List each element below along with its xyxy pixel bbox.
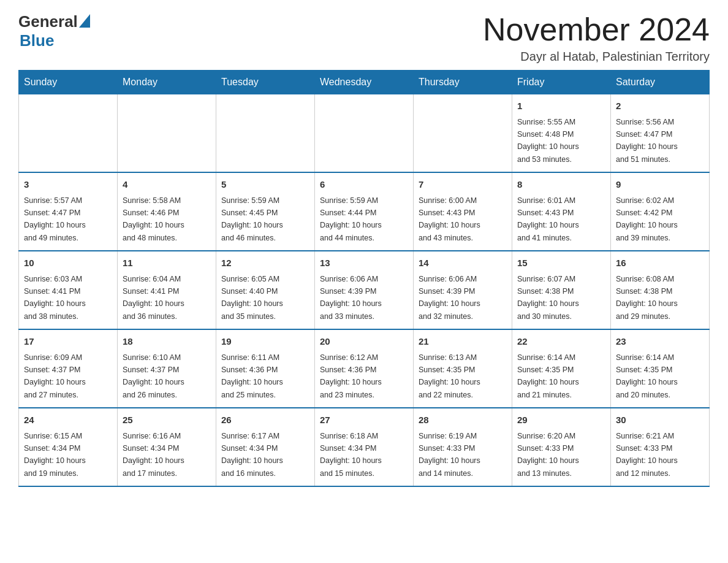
calendar-cell: 28Sunrise: 6:19 AM Sunset: 4:33 PM Dayli… [414, 408, 512, 486]
day-number: 6 [320, 178, 408, 192]
svg-marker-0 [79, 14, 90, 28]
calendar-cell: 29Sunrise: 6:20 AM Sunset: 4:33 PM Dayli… [512, 408, 611, 486]
day-info: Sunrise: 6:14 AM Sunset: 4:35 PM Dayligh… [517, 353, 579, 399]
day-number: 9 [616, 178, 704, 192]
day-info: Sunrise: 6:21 AM Sunset: 4:33 PM Dayligh… [616, 432, 678, 478]
day-info: Sunrise: 6:08 AM Sunset: 4:38 PM Dayligh… [616, 275, 678, 321]
day-info: Sunrise: 6:10 AM Sunset: 4:37 PM Dayligh… [123, 353, 184, 399]
calendar-cell [118, 94, 216, 173]
day-number: 11 [123, 256, 211, 270]
calendar-cell: 30Sunrise: 6:21 AM Sunset: 4:33 PM Dayli… [611, 408, 710, 486]
calendar-cell: 26Sunrise: 6:17 AM Sunset: 4:34 PM Dayli… [216, 408, 315, 486]
day-info: Sunrise: 6:17 AM Sunset: 4:34 PM Dayligh… [221, 432, 283, 478]
day-info: Sunrise: 5:57 AM Sunset: 4:47 PM Dayligh… [24, 196, 86, 242]
day-info: Sunrise: 6:04 AM Sunset: 4:41 PM Dayligh… [123, 275, 184, 321]
day-number: 3 [24, 178, 112, 192]
weekday-header-saturday: Saturday [611, 71, 710, 94]
day-info: Sunrise: 6:14 AM Sunset: 4:35 PM Dayligh… [616, 353, 678, 399]
week-row-4: 17Sunrise: 6:09 AM Sunset: 4:37 PM Dayli… [19, 329, 710, 408]
week-row-2: 3Sunrise: 5:57 AM Sunset: 4:47 PM Daylig… [19, 172, 710, 251]
calendar-cell: 3Sunrise: 5:57 AM Sunset: 4:47 PM Daylig… [19, 172, 118, 251]
day-number: 13 [320, 256, 408, 270]
calendar-cell: 23Sunrise: 6:14 AM Sunset: 4:35 PM Dayli… [611, 329, 710, 408]
calendar-cell: 19Sunrise: 6:11 AM Sunset: 4:36 PM Dayli… [216, 329, 315, 408]
calendar-cell: 4Sunrise: 5:58 AM Sunset: 4:46 PM Daylig… [118, 172, 216, 251]
day-info: Sunrise: 6:02 AM Sunset: 4:42 PM Dayligh… [616, 196, 678, 242]
day-info: Sunrise: 6:06 AM Sunset: 4:39 PM Dayligh… [419, 275, 480, 321]
calendar-cell: 6Sunrise: 5:59 AM Sunset: 4:44 PM Daylig… [315, 172, 414, 251]
calendar-cell: 25Sunrise: 6:16 AM Sunset: 4:34 PM Dayli… [118, 408, 216, 486]
weekday-header-friday: Friday [512, 71, 611, 94]
calendar-cell: 27Sunrise: 6:18 AM Sunset: 4:34 PM Dayli… [315, 408, 414, 486]
day-number: 25 [123, 413, 211, 427]
day-number: 2 [616, 99, 704, 113]
day-info: Sunrise: 5:58 AM Sunset: 4:46 PM Dayligh… [123, 196, 184, 242]
calendar-cell [19, 94, 118, 173]
logo-triangle-icon [79, 14, 90, 28]
day-info: Sunrise: 6:07 AM Sunset: 4:38 PM Dayligh… [517, 275, 579, 321]
day-number: 19 [221, 335, 309, 349]
day-number: 24 [24, 413, 112, 427]
day-info: Sunrise: 6:05 AM Sunset: 4:40 PM Dayligh… [221, 275, 283, 321]
day-info: Sunrise: 6:11 AM Sunset: 4:36 PM Dayligh… [221, 353, 283, 399]
day-number: 20 [320, 335, 408, 349]
calendar-table: SundayMondayTuesdayWednesdayThursdayFrid… [18, 70, 710, 487]
day-number: 17 [24, 335, 112, 349]
day-info: Sunrise: 6:18 AM Sunset: 4:34 PM Dayligh… [320, 432, 382, 478]
weekday-header-wednesday: Wednesday [315, 71, 414, 94]
day-info: Sunrise: 6:01 AM Sunset: 4:43 PM Dayligh… [517, 196, 579, 242]
calendar-cell: 15Sunrise: 6:07 AM Sunset: 4:38 PM Dayli… [512, 251, 611, 329]
day-info: Sunrise: 6:00 AM Sunset: 4:43 PM Dayligh… [419, 196, 480, 242]
calendar-cell: 10Sunrise: 6:03 AM Sunset: 4:41 PM Dayli… [19, 251, 118, 329]
calendar-cell: 24Sunrise: 6:15 AM Sunset: 4:34 PM Dayli… [19, 408, 118, 486]
day-info: Sunrise: 6:13 AM Sunset: 4:35 PM Dayligh… [419, 353, 480, 399]
logo: General Blue [18, 12, 90, 50]
calendar-cell: 17Sunrise: 6:09 AM Sunset: 4:37 PM Dayli… [19, 329, 118, 408]
title-section: November 2024 Dayr al Hatab, Palestinian… [483, 12, 710, 64]
day-number: 27 [320, 413, 408, 427]
calendar-cell: 9Sunrise: 6:02 AM Sunset: 4:42 PM Daylig… [611, 172, 710, 251]
calendar-cell [216, 94, 315, 173]
day-number: 16 [616, 256, 704, 270]
calendar-cell: 12Sunrise: 6:05 AM Sunset: 4:40 PM Dayli… [216, 251, 315, 329]
week-row-3: 10Sunrise: 6:03 AM Sunset: 4:41 PM Dayli… [19, 251, 710, 329]
logo-general: General [18, 12, 78, 31]
weekday-header-tuesday: Tuesday [216, 71, 315, 94]
day-info: Sunrise: 6:20 AM Sunset: 4:33 PM Dayligh… [517, 432, 579, 478]
day-info: Sunrise: 5:59 AM Sunset: 4:45 PM Dayligh… [221, 196, 283, 242]
day-number: 4 [123, 178, 211, 192]
weekday-header-sunday: Sunday [19, 71, 118, 94]
day-info: Sunrise: 5:56 AM Sunset: 4:47 PM Dayligh… [616, 118, 678, 164]
week-row-1: 1Sunrise: 5:55 AM Sunset: 4:48 PM Daylig… [19, 94, 710, 173]
weekday-header-row: SundayMondayTuesdayWednesdayThursdayFrid… [19, 71, 710, 94]
day-number: 18 [123, 335, 211, 349]
day-info: Sunrise: 6:06 AM Sunset: 4:39 PM Dayligh… [320, 275, 382, 321]
day-number: 21 [419, 335, 507, 349]
page-header: General Blue November 2024 Dayr al Hatab… [18, 12, 710, 64]
day-number: 7 [419, 178, 507, 192]
day-number: 15 [517, 256, 605, 270]
calendar-cell: 5Sunrise: 5:59 AM Sunset: 4:45 PM Daylig… [216, 172, 315, 251]
day-info: Sunrise: 5:59 AM Sunset: 4:44 PM Dayligh… [320, 196, 382, 242]
day-number: 22 [517, 335, 605, 349]
day-number: 8 [517, 178, 605, 192]
day-number: 29 [517, 413, 605, 427]
day-number: 10 [24, 256, 112, 270]
calendar-cell: 16Sunrise: 6:08 AM Sunset: 4:38 PM Dayli… [611, 251, 710, 329]
weekday-header-thursday: Thursday [414, 71, 512, 94]
day-number: 12 [221, 256, 309, 270]
day-number: 23 [616, 335, 704, 349]
weekday-header-monday: Monday [118, 71, 216, 94]
calendar-cell [414, 94, 512, 173]
day-info: Sunrise: 6:12 AM Sunset: 4:36 PM Dayligh… [320, 353, 382, 399]
day-number: 28 [419, 413, 507, 427]
day-number: 14 [419, 256, 507, 270]
day-info: Sunrise: 6:03 AM Sunset: 4:41 PM Dayligh… [24, 275, 86, 321]
calendar-cell: 13Sunrise: 6:06 AM Sunset: 4:39 PM Dayli… [315, 251, 414, 329]
calendar-cell: 22Sunrise: 6:14 AM Sunset: 4:35 PM Dayli… [512, 329, 611, 408]
day-info: Sunrise: 6:16 AM Sunset: 4:34 PM Dayligh… [123, 432, 184, 478]
calendar-cell: 18Sunrise: 6:10 AM Sunset: 4:37 PM Dayli… [118, 329, 216, 408]
calendar-cell [315, 94, 414, 173]
logo-blue: Blue [20, 31, 54, 50]
calendar-cell: 14Sunrise: 6:06 AM Sunset: 4:39 PM Dayli… [414, 251, 512, 329]
